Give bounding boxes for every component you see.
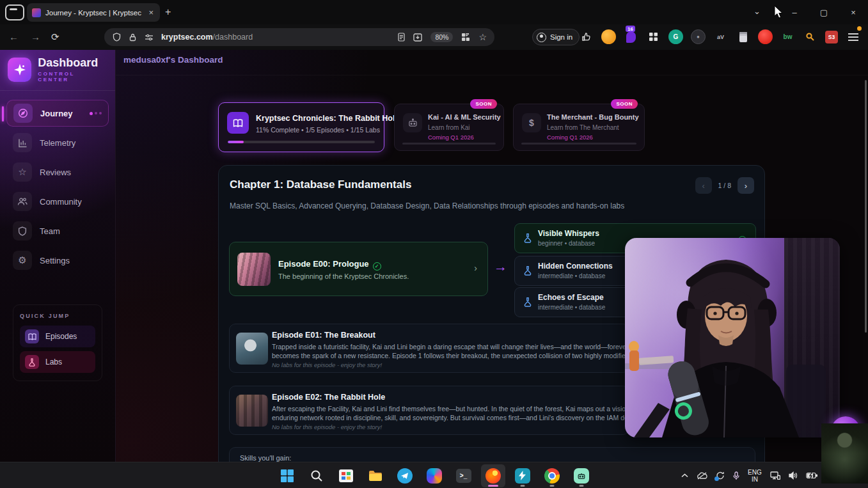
- split-screen-icon[interactable]: [461, 33, 470, 42]
- course-title: Kai - AI & ML Security: [428, 113, 501, 121]
- course-card-kryptsec-chronicles[interactable]: Kryptsec Chronicles: The Rabbit Hole 11%…: [218, 102, 384, 152]
- chevron-left-icon[interactable]: ‹: [695, 177, 712, 194]
- arrow-right-icon: →: [494, 259, 507, 274]
- lab-meta: intermediate • database: [538, 272, 605, 279]
- downloads-icon[interactable]: [413, 33, 422, 42]
- ext-adblock-icon[interactable]: [758, 29, 773, 44]
- localsend-icon[interactable]: [510, 464, 535, 487]
- episode-title: Episode E01: The Breakout: [272, 331, 375, 340]
- reload-button[interactable]: ⟳: [51, 31, 59, 43]
- sidebar-item-community[interactable]: Community: [6, 188, 109, 215]
- ext-grammarly-icon[interactable]: G: [668, 29, 683, 44]
- character-art-overlay: [821, 423, 868, 484]
- ext-av-icon[interactable]: aV: [713, 29, 728, 44]
- book-icon: [25, 329, 39, 343]
- copilot-icon[interactable]: [422, 464, 446, 487]
- sidebar-item-reviews[interactable]: ☆ Reviews: [6, 159, 109, 185]
- course-progress-meta: 11% Complete • 1/5 Episodes • 1/15 Labs: [256, 126, 380, 134]
- address-bar[interactable]: kryptsec.com/dashboard 80% ☆: [104, 28, 494, 46]
- browser-tab[interactable]: Journey - Kryptsec | Kryptsec ×: [27, 3, 160, 22]
- sidebar-item-telemetry[interactable]: Telemetry: [6, 129, 109, 156]
- tracking-shield-icon[interactable]: [113, 33, 121, 42]
- ext-like-icon[interactable]: [579, 29, 594, 44]
- episode-thumbnail: [237, 253, 271, 286]
- reading-list-icon[interactable]: [398, 33, 405, 42]
- people-icon: [13, 192, 32, 211]
- ext-badge-count: 16: [626, 26, 635, 32]
- quick-jump-item-label: Episodes: [45, 332, 77, 341]
- browser-menu-icon[interactable]: [846, 29, 860, 44]
- episode-card-e01[interactable]: Episode E01: The Breakout Trapped inside…: [229, 324, 629, 373]
- skills-section: Skills you'll gain:: [229, 447, 755, 462]
- course-title: The Merchant - Bug Bounty: [547, 113, 639, 121]
- workspaces-icon[interactable]: [5, 4, 24, 20]
- episode-note: No labs for this episode - enjoy the sto…: [272, 361, 382, 368]
- chrome-icon[interactable]: [540, 464, 564, 487]
- sidebar-item-settings[interactable]: ⚙ Settings: [6, 247, 109, 274]
- url-text[interactable]: kryptsec.com/dashboard: [161, 33, 398, 42]
- lab-meta: intermediate • database: [538, 304, 605, 311]
- ext-honey-icon[interactable]: [601, 29, 616, 44]
- robot-app-icon[interactable]: [569, 464, 594, 487]
- firefox-icon[interactable]: [481, 464, 505, 487]
- volume-icon[interactable]: [789, 471, 798, 480]
- window-close-button[interactable]: ×: [839, 8, 868, 17]
- tab-dropdown-icon[interactable]: ⌄: [754, 6, 761, 16]
- onedrive-paused-icon[interactable]: [697, 472, 707, 480]
- tray-chevron-up-icon[interactable]: [681, 473, 688, 478]
- tab-close-icon[interactable]: ×: [147, 8, 155, 17]
- lab-title: Visible Whispers: [538, 229, 599, 238]
- episode-card-e02[interactable]: Episode E02: The Rabbit Hole After escap…: [229, 386, 629, 435]
- progress-bar: [228, 141, 375, 143]
- ext-notes-icon[interactable]: [736, 29, 750, 44]
- battery-icon[interactable]: [806, 472, 817, 479]
- microphone-icon[interactable]: [733, 471, 739, 480]
- streamer-figure: [625, 238, 840, 437]
- back-button[interactable]: ←: [9, 31, 19, 42]
- microsoft-store-icon[interactable]: [334, 464, 358, 487]
- course-coming-label: Coming Q1 2026: [428, 134, 474, 141]
- telegram-icon[interactable]: [393, 464, 417, 487]
- file-explorer-icon[interactable]: [363, 464, 388, 487]
- start-button[interactable]: [275, 464, 299, 487]
- progress-fill: [228, 141, 244, 143]
- window-maximize-button[interactable]: ▢: [809, 8, 839, 17]
- compass-icon: [13, 104, 33, 123]
- sign-in-button[interactable]: Sign in: [532, 29, 580, 45]
- forward-button[interactable]: →: [31, 31, 40, 42]
- sync-icon[interactable]: [716, 471, 725, 480]
- quick-jump-labs[interactable]: Labs: [20, 351, 95, 373]
- ext-pin-icon[interactable]: 16: [624, 29, 638, 44]
- ext-bitwarden-icon[interactable]: bw: [780, 29, 795, 44]
- sidebar-item-label: Community: [40, 197, 82, 207]
- chart-icon: [13, 133, 32, 152]
- favorite-star-icon[interactable]: ☆: [478, 32, 487, 42]
- sidebar-item-journey[interactable]: Journey: [6, 100, 109, 127]
- site-settings-icon[interactable]: [145, 33, 154, 41]
- course-card-merchant[interactable]: SOON $ The Merchant - Bug Bounty Learn f…: [513, 104, 645, 151]
- page-scrollbar[interactable]: [865, 80, 867, 333]
- tab-title: Journey - Kryptsec | Kryptsec: [45, 9, 147, 17]
- search-icon[interactable]: [304, 464, 329, 487]
- ext-apps-grid-icon[interactable]: [646, 29, 661, 44]
- network-icon[interactable]: [770, 471, 780, 480]
- episode-title: Episode E02: The Rabbit Hole: [272, 393, 385, 402]
- episode-card-e00[interactable]: Episode E00: Prologue✓ The beginning of …: [229, 242, 488, 296]
- sidebar-item-team[interactable]: Team: [6, 217, 109, 244]
- ext-s3-icon[interactable]: S3: [825, 31, 838, 43]
- sidebar-subtitle: CONTROL CENTER: [38, 71, 107, 83]
- ext-search-key-icon[interactable]: [803, 29, 817, 44]
- extensions-row: 16 G ● aV bw S3: [579, 29, 860, 44]
- lock-icon[interactable]: [129, 33, 136, 42]
- language-indicator[interactable]: ENG IN: [748, 469, 762, 483]
- soon-badge: SOON: [470, 99, 497, 109]
- new-tab-button[interactable]: +: [165, 6, 171, 18]
- flask-icon: [523, 265, 532, 278]
- zoom-level-badge[interactable]: 80%: [430, 32, 453, 42]
- course-card-kai[interactable]: SOON Kai - AI & ML Security Learn from K…: [394, 104, 504, 151]
- ext-cookie-icon[interactable]: ●: [691, 29, 706, 44]
- chevron-right-icon[interactable]: ›: [738, 177, 754, 194]
- terminal-icon[interactable]: >_: [452, 464, 476, 487]
- completed-check-icon: ✓: [373, 262, 381, 271]
- quick-jump-episodes[interactable]: Episodes: [20, 326, 95, 347]
